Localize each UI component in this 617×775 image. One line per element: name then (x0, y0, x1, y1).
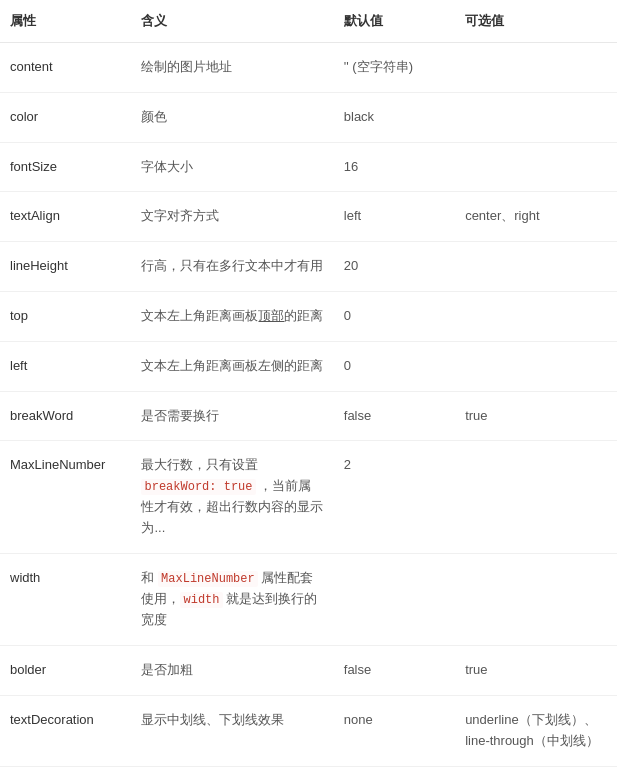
meaning-code-width: width (180, 592, 222, 608)
property-meaning: 显示中划线、下划线效果 (131, 695, 333, 766)
property-default (334, 553, 455, 645)
property-meaning: 最大行数，只有设置 breakWord: true ，当前属性才有效，超出行数内… (131, 441, 333, 554)
property-meaning: 文本左上角距离画板顶部的距离 (131, 291, 333, 341)
property-name: color (0, 92, 131, 142)
property-options (455, 142, 617, 192)
property-meaning: 行高，只有在多行文本中才有用 (131, 242, 333, 292)
property-meaning: 绘制的图片地址 (131, 43, 333, 93)
col-header-meaning: 含义 (131, 0, 333, 43)
property-default: none (334, 695, 455, 766)
property-meaning: 是否加粗 (131, 646, 333, 696)
table-row: width 和 MaxLineNumber 属性配套使用，width 就是达到换… (0, 553, 617, 645)
property-name: MaxLineNumber (0, 441, 131, 554)
property-name: left (0, 341, 131, 391)
table-row: color 颜色 black (0, 92, 617, 142)
table-row: content 绘制的图片地址 '' (空字符串) (0, 43, 617, 93)
property-options (455, 441, 617, 554)
table-row: top 文本左上角距离画板顶部的距离 0 (0, 291, 617, 341)
property-name: lineHeight (0, 242, 131, 292)
meaning-code: breakWord: true (141, 479, 255, 495)
property-name: content (0, 43, 131, 93)
property-default: false (334, 646, 455, 696)
table-row: fontSize 字体大小 16 (0, 142, 617, 192)
property-name: textDecoration (0, 695, 131, 766)
property-default: false (334, 391, 455, 441)
table-header-row: 属性 含义 默认值 可选值 (0, 0, 617, 43)
table-row: breakWord 是否需要换行 false true (0, 391, 617, 441)
meaning-text-prefix: 文本左上角距离画板 (141, 308, 258, 323)
meaning-code-maxline: MaxLineNumber (158, 571, 258, 587)
meaning-text-prefix: 最大行数，只有设置 (141, 457, 258, 472)
property-options (455, 553, 617, 645)
property-meaning: 颜色 (131, 92, 333, 142)
property-name: bolder (0, 646, 131, 696)
col-header-property: 属性 (0, 0, 131, 43)
property-options (455, 341, 617, 391)
table-row: left 文本左上角距离画板左侧的距离 0 (0, 341, 617, 391)
property-meaning: 是否需要换行 (131, 391, 333, 441)
table-row: textAlign 文字对齐方式 left center、right (0, 192, 617, 242)
property-options (455, 291, 617, 341)
property-default: left (334, 192, 455, 242)
meaning-text-underline: 顶部 (258, 308, 284, 323)
col-header-options: 可选值 (455, 0, 617, 43)
property-default: 2 (334, 441, 455, 554)
property-options (455, 242, 617, 292)
property-options (455, 43, 617, 93)
property-meaning: 字体大小 (131, 142, 333, 192)
meaning-text-suffix: 的距离 (284, 308, 323, 323)
table-row: bolder 是否加粗 false true (0, 646, 617, 696)
table-row: lineHeight 行高，只有在多行文本中才有用 20 (0, 242, 617, 292)
property-options: underline（下划线）、line-through（中划线） (455, 695, 617, 766)
meaning-text-prefix: 和 (141, 570, 158, 585)
property-default: 0 (334, 291, 455, 341)
property-default: 0 (334, 341, 455, 391)
property-meaning: 和 MaxLineNumber 属性配套使用，width 就是达到换行的宽度 (131, 553, 333, 645)
property-meaning: 文本左上角距离画板左侧的距离 (131, 341, 333, 391)
property-name: top (0, 291, 131, 341)
table-row: textDecoration 显示中划线、下划线效果 none underlin… (0, 695, 617, 766)
property-meaning: 文字对齐方式 (131, 192, 333, 242)
property-name: textAlign (0, 192, 131, 242)
property-default: 16 (334, 142, 455, 192)
property-default: 20 (334, 242, 455, 292)
property-options: center、right (455, 192, 617, 242)
property-default: '' (空字符串) (334, 43, 455, 93)
property-name: fontSize (0, 142, 131, 192)
property-default: black (334, 92, 455, 142)
property-name: width (0, 553, 131, 645)
col-header-default: 默认值 (334, 0, 455, 43)
property-options: true (455, 646, 617, 696)
property-options (455, 92, 617, 142)
property-name: breakWord (0, 391, 131, 441)
table-row: MaxLineNumber 最大行数，只有设置 breakWord: true … (0, 441, 617, 554)
property-options: true (455, 391, 617, 441)
properties-table: 属性 含义 默认值 可选值 content 绘制的图片地址 '' (空字符串) … (0, 0, 617, 767)
